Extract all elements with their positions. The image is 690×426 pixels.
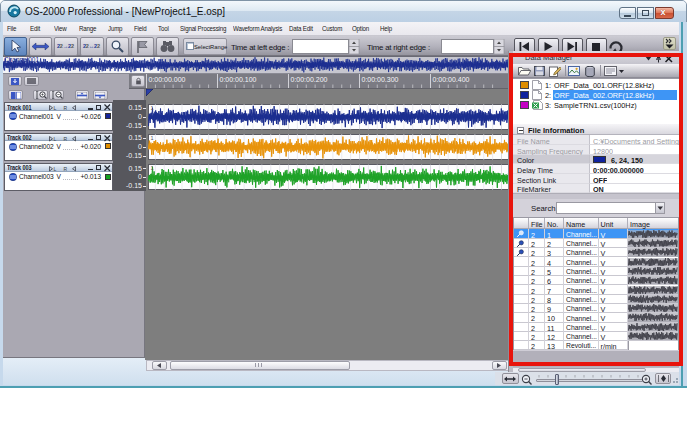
- svg-text:R: R: [64, 166, 68, 172]
- svg-text:R: R: [64, 105, 68, 111]
- svg-text:L: L: [54, 166, 57, 172]
- svg-text:R: R: [64, 136, 68, 142]
- svg-text:L: L: [54, 105, 57, 111]
- svg-text:L: L: [54, 136, 57, 142]
